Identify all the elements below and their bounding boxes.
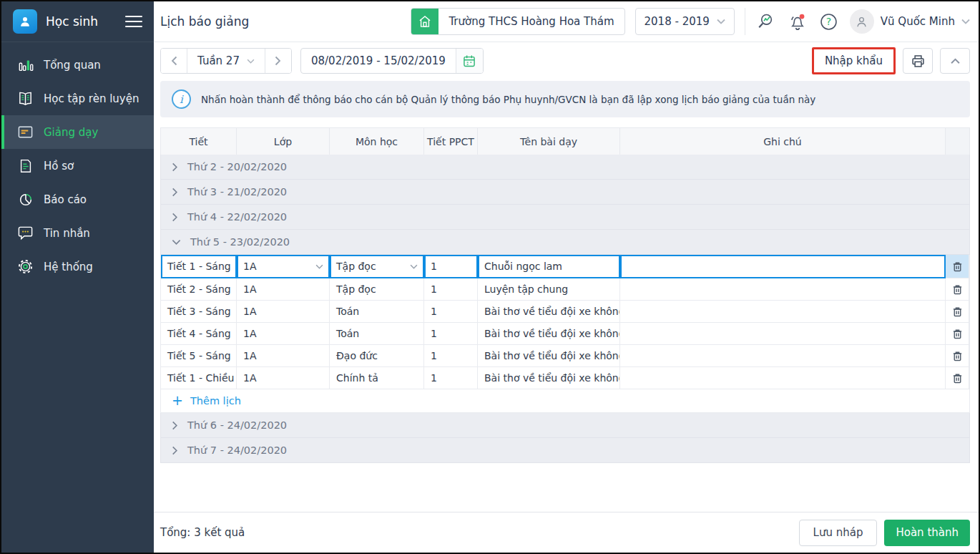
svg-text:?: ?	[826, 16, 831, 27]
hamburger-menu-icon[interactable]	[125, 16, 142, 27]
sidebar-item-bao-cao[interactable]: Báo cáo	[1, 183, 154, 216]
schedule-row: Tiết 3 - Sáng 1A Toán 1 Bài thơ về tiểu …	[160, 301, 970, 323]
sidebar-item-hoc-tap[interactable]: Học tập rèn luyện	[1, 82, 154, 115]
period-select[interactable]: Tiết 1 - Sáng	[161, 255, 237, 278]
collapse-button[interactable]	[940, 48, 970, 74]
next-week-button[interactable]	[265, 49, 291, 73]
school-year-value: 2018 - 2019	[645, 15, 710, 28]
delete-row-button[interactable]	[946, 367, 969, 389]
schedule-row: Tiết 2 - Sáng 1A Tập đọc 1 Luyện tập chu…	[160, 278, 970, 301]
sidebar-item-he-thong[interactable]: Hệ thống	[1, 250, 154, 283]
main-area: Lịch báo giảng Trường THCS Hoàng Hoa Thá…	[154, 1, 979, 553]
complete-button[interactable]: Hoàn thành	[884, 520, 970, 546]
header-divider	[745, 8, 745, 35]
school-year-select[interactable]: 2018 - 2019	[635, 8, 735, 35]
prev-week-button[interactable]	[161, 49, 187, 73]
delete-row-button[interactable]	[946, 278, 969, 301]
chevron-down-icon	[410, 264, 418, 269]
user-name: Vũ Quốc Minh	[881, 15, 955, 28]
save-draft-button[interactable]: Lưu nháp	[799, 520, 878, 546]
plus-icon: +	[172, 394, 183, 407]
search-analytics-icon[interactable]	[755, 11, 777, 32]
avatar	[850, 9, 874, 34]
lesson-name-cell[interactable]: Bài thơ về tiểu đội xe không...	[478, 367, 620, 389]
period-cell[interactable]: Tiết 1 - Chiều	[161, 367, 237, 389]
lesson-name-cell[interactable]: Bài thơ về tiểu đội xe không...	[478, 301, 620, 323]
import-button[interactable]: Nhập khẩu	[812, 47, 896, 74]
class-select[interactable]: 1A	[237, 255, 330, 278]
trash-icon	[951, 306, 964, 318]
note-cell[interactable]	[620, 278, 946, 301]
toolbar-right: Nhập khẩu	[812, 47, 970, 74]
ppct-cell[interactable]: 1	[424, 278, 478, 301]
chevron-right-icon	[172, 421, 178, 430]
main-header: Lịch báo giảng Trường THCS Hoàng Hoa Thá…	[154, 1, 979, 42]
class-cell[interactable]: 1A	[237, 278, 330, 301]
day-group-label: Thứ 4 - 22/02/2020	[187, 211, 287, 223]
delete-row-button[interactable]	[946, 345, 969, 367]
column-header: Lớp	[237, 128, 330, 155]
date-range-picker[interactable]: 08/02/2019 - 15/02/2019	[300, 48, 484, 74]
lesson-name-cell[interactable]: Luyện tập chung	[478, 278, 620, 301]
sidebar-item-giang-day[interactable]: Giảng dạy	[1, 115, 154, 149]
class-cell[interactable]: 1A	[237, 345, 330, 367]
day-group-thu-5[interactable]: Thứ 5 - 23/02/2020	[160, 230, 970, 255]
note-cell[interactable]	[620, 345, 946, 367]
info-banner-text: Nhấn hoàn thành để thông báo cho cán bộ …	[201, 94, 815, 105]
presentation-icon	[17, 124, 34, 140]
lesson-name-cell[interactable]: Bài thơ về tiểu đội xe không...	[478, 345, 620, 367]
subject-select[interactable]: Tập đọc	[330, 255, 424, 278]
sidebar-item-label: Tổng quan	[44, 59, 101, 72]
subject-cell[interactable]: Toán	[330, 301, 424, 323]
ppct-cell[interactable]: 1	[424, 301, 478, 323]
subject-cell[interactable]: Đạo đức	[330, 345, 424, 367]
day-group-thu-2[interactable]: Thứ 2 - 20/02/2020	[160, 155, 970, 180]
ppct-input[interactable]: 1	[424, 255, 478, 278]
chevron-down-icon	[717, 19, 725, 24]
note-cell[interactable]	[620, 301, 946, 323]
ppct-cell[interactable]: 1	[424, 367, 478, 389]
ppct-cell[interactable]: 1	[424, 345, 478, 367]
period-cell[interactable]: Tiết 5 - Sáng	[161, 345, 237, 367]
print-button[interactable]	[903, 48, 933, 74]
sidebar-item-label: Học tập rèn luyện	[44, 92, 139, 105]
subject-cell[interactable]: Chính tả	[330, 367, 424, 389]
subject-cell[interactable]: Tập đọc	[330, 278, 424, 301]
notifications-bell-icon[interactable]	[787, 11, 808, 32]
class-cell[interactable]: 1A	[237, 323, 330, 345]
period-cell[interactable]: Tiết 4 - Sáng	[161, 323, 237, 345]
help-icon[interactable]: ?	[818, 11, 840, 32]
note-cell[interactable]	[620, 367, 946, 389]
delete-row-button[interactable]	[946, 255, 969, 278]
sidebar-item-tong-quan[interactable]: Tổng quan	[1, 48, 154, 82]
delete-row-button[interactable]	[946, 301, 969, 323]
date-range-value: 08/02/2019 - 15/02/2019	[301, 49, 456, 73]
subject-cell[interactable]: Toán	[330, 323, 424, 345]
day-group-thu-3[interactable]: Thứ 3 - 21/02/2020	[160, 180, 970, 205]
schedule-row: Tiết 5 - Sáng 1A Đạo đức 1 Bài thơ về ti…	[160, 345, 970, 367]
day-group-thu-7[interactable]: Thứ 7 - 24/02/2020	[160, 438, 970, 463]
period-cell[interactable]: Tiết 2 - Sáng	[161, 278, 237, 301]
school-selector[interactable]: Trường THCS Hoàng Hoa Thám	[411, 8, 624, 35]
delete-row-button[interactable]	[946, 323, 969, 345]
note-cell[interactable]	[620, 323, 946, 345]
day-group-thu-6[interactable]: Thứ 6 - 24/02/2020	[160, 413, 970, 438]
period-cell[interactable]: Tiết 3 - Sáng	[161, 301, 237, 323]
day-group-thu-4[interactable]: Thứ 4 - 22/02/2020	[160, 205, 970, 230]
trash-icon	[951, 283, 964, 296]
schedule-row: Tiết 1 - Chiều 1A Chính tả 1 Bài thơ về …	[160, 367, 970, 389]
add-schedule-link[interactable]: + Thêm lịch	[160, 389, 970, 413]
week-select[interactable]: Tuần 27	[187, 49, 265, 73]
sidebar-item-tin-nhan[interactable]: Tin nhắn	[1, 216, 154, 250]
home-icon	[411, 8, 438, 35]
sidebar-item-label: Hồ sơ	[44, 160, 74, 172]
lesson-name-input[interactable]: Chuỗi ngọc lam	[478, 255, 620, 278]
user-menu[interactable]: Vũ Quốc Minh	[850, 9, 970, 34]
note-input[interactable]	[620, 255, 946, 278]
ppct-cell[interactable]: 1	[424, 323, 478, 345]
lesson-name-cell[interactable]: Bài thơ về tiểu đội xe không...	[478, 323, 620, 345]
sidebar-item-ho-so[interactable]: Hồ sơ	[1, 149, 154, 183]
trash-icon	[951, 350, 964, 362]
class-cell[interactable]: 1A	[237, 301, 330, 323]
class-cell[interactable]: 1A	[237, 367, 330, 389]
